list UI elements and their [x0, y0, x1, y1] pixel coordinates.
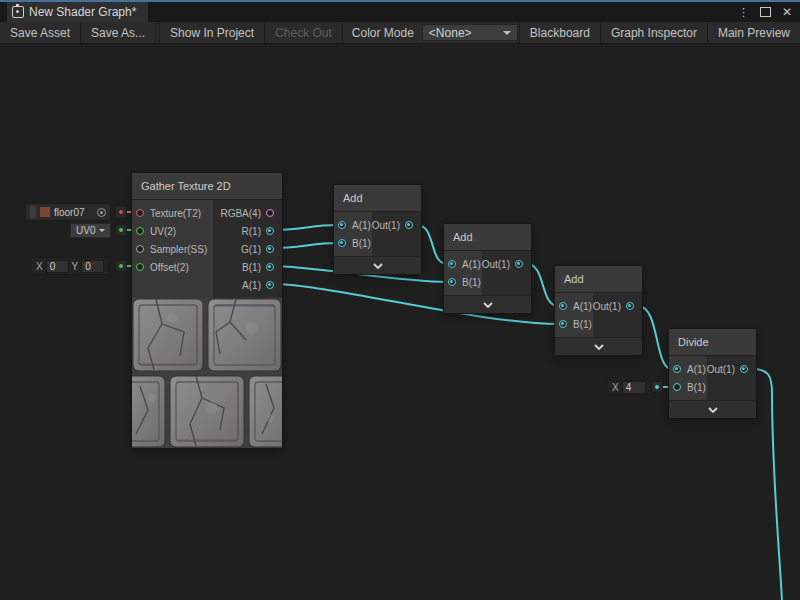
node-add-3-collapse[interactable] [555, 337, 642, 355]
texture-swatch [40, 207, 50, 217]
port-b-label: B(1) [242, 262, 261, 273]
texture-connector-dot [119, 210, 123, 214]
port-add2-a-label: A(1) [462, 259, 481, 270]
port-add1-b-in[interactable] [338, 239, 346, 247]
uv-channel-value: UV0 [76, 225, 95, 236]
port-offset-in[interactable] [136, 263, 144, 271]
divide-b-connector-dot [655, 385, 659, 389]
wire-add3-to-divide[interactable] [638, 306, 672, 369]
port-add3-b-in[interactable] [559, 320, 567, 328]
node-add-3-header[interactable]: Add [555, 266, 642, 293]
node-gather-texture-2d[interactable]: Gather Texture 2D Texture(T2) UV(2) Samp… [131, 172, 283, 449]
port-add1-out[interactable] [405, 221, 413, 229]
offset-y-label: Y [72, 261, 79, 272]
node-gather-body: Texture(T2) UV(2) Sampler(SS) Offset(2) [132, 200, 282, 298]
offset-y-input[interactable]: 0 [81, 260, 104, 273]
chevron-down-icon [594, 344, 604, 350]
output-row-b: B(1) [213, 258, 282, 276]
node-divide-title: Divide [678, 336, 709, 348]
port-divide-b-in[interactable] [673, 383, 681, 391]
maximize-icon[interactable] [760, 7, 771, 17]
port-add2-a-in[interactable] [448, 260, 456, 268]
port-a-out[interactable] [266, 281, 274, 289]
output-row-a: A(1) [213, 276, 282, 294]
color-mode-label: Color Mode [344, 22, 422, 43]
uv-port-connector[interactable] [115, 224, 127, 236]
close-icon[interactable]: ✕ [782, 6, 792, 18]
port-add3-out[interactable] [626, 302, 634, 310]
divide-b-port-connector[interactable] [651, 381, 663, 393]
offset-connector-dot [119, 264, 123, 268]
port-add3-a-in[interactable] [559, 302, 567, 310]
node-add-2-inputs: A(1) B(1) [444, 251, 482, 295]
port-r-label: R(1) [242, 226, 261, 237]
show-in-project-button[interactable]: Show In Project [159, 22, 265, 43]
port-divide-a-label: A(1) [687, 364, 706, 375]
port-add2-b-in[interactable] [448, 278, 456, 286]
chevron-down-icon [99, 229, 105, 232]
input-row-b: B(1) [673, 378, 707, 396]
blackboard-button[interactable]: Blackboard [519, 22, 600, 43]
port-rgba-label: RGBA(4) [220, 208, 261, 219]
shader-graph-window: New Shader Graph* ⋮ ✕ Save Asset Save As… [0, 0, 800, 600]
node-add-2[interactable]: Add A(1) B(1) Out(1) [443, 223, 532, 314]
port-add3-b-label: B(1) [573, 319, 592, 330]
node-add-3-outputs: Out(1) [593, 293, 642, 337]
uv-connector-dot [119, 228, 123, 232]
port-add2-out[interactable] [515, 260, 523, 268]
offset-x-input[interactable]: 0 [46, 260, 69, 273]
node-add-2-header[interactable]: Add [444, 224, 531, 251]
port-rgba-out[interactable] [266, 209, 274, 217]
uv-channel-dropdown[interactable]: UV0 [70, 223, 111, 238]
port-uv-in[interactable] [136, 227, 144, 235]
divide-b-input[interactable]: 4 [622, 381, 646, 394]
input-row-a: A(1) [338, 216, 372, 234]
graph-canvas[interactable]: Gather Texture 2D Texture(T2) UV(2) Samp… [0, 44, 800, 600]
node-add-1[interactable]: Add A(1) B(1) Out(1) [333, 184, 422, 275]
tab-new-shader-graph[interactable]: New Shader Graph* [7, 2, 148, 22]
node-divide-body: A(1) B(1) Out(1) [669, 356, 756, 400]
offset-x-label: X [36, 261, 43, 272]
node-add-3[interactable]: Add A(1) B(1) Out(1) [554, 265, 643, 356]
input-row-sampler: Sampler(SS) [136, 240, 213, 258]
port-add3-out-label: Out(1) [593, 301, 621, 312]
port-b-out[interactable] [266, 263, 274, 271]
graph-inspector-button[interactable]: Graph Inspector [600, 22, 707, 43]
input-row-b: B(1) [448, 273, 482, 291]
port-g-label: G(1) [241, 244, 261, 255]
port-add1-a-label: A(1) [352, 220, 371, 231]
node-gather-header[interactable]: Gather Texture 2D [132, 173, 282, 200]
node-divide-header[interactable]: Divide [669, 329, 756, 356]
node-gather-inputs: Texture(T2) UV(2) Sampler(SS) Offset(2) [132, 200, 213, 298]
port-divide-a-in[interactable] [673, 365, 681, 373]
chevron-down-icon [503, 31, 511, 35]
port-texture-in[interactable] [136, 209, 144, 217]
chevron-down-icon [483, 302, 493, 308]
texture-preview [132, 298, 282, 448]
port-r-out[interactable] [266, 227, 274, 235]
port-divide-out-label: Out(1) [707, 364, 735, 375]
texture-object-field[interactable]: floor07 [25, 203, 111, 221]
node-add-1-header[interactable]: Add [334, 185, 421, 212]
node-add-2-collapse[interactable] [444, 295, 531, 313]
object-picker-icon[interactable] [97, 208, 106, 217]
texture-field-value: floor07 [54, 207, 85, 218]
offset-port-connector[interactable] [115, 260, 127, 272]
texture-port-connector[interactable] [115, 206, 127, 218]
save-as-button[interactable]: Save As... [81, 22, 156, 43]
node-add-1-collapse[interactable] [334, 256, 421, 274]
port-g-out[interactable] [266, 245, 274, 253]
port-add1-a-in[interactable] [338, 221, 346, 229]
output-row-rgba: RGBA(4) [213, 204, 282, 222]
texture-field-strip [30, 206, 36, 218]
node-divide-collapse[interactable] [669, 400, 756, 418]
main-preview-button[interactable]: Main Preview [707, 22, 800, 43]
port-divide-out[interactable] [740, 365, 748, 373]
node-divide[interactable]: Divide A(1) B(1) Out(1) [668, 328, 757, 419]
color-mode-dropdown[interactable]: <None> [422, 24, 518, 41]
input-row-a: A(1) [559, 297, 593, 315]
kebab-menu-icon[interactable]: ⋮ [738, 7, 749, 18]
port-sampler-in[interactable] [136, 245, 144, 253]
save-asset-button[interactable]: Save Asset [0, 22, 81, 43]
port-add3-a-label: A(1) [573, 301, 592, 312]
